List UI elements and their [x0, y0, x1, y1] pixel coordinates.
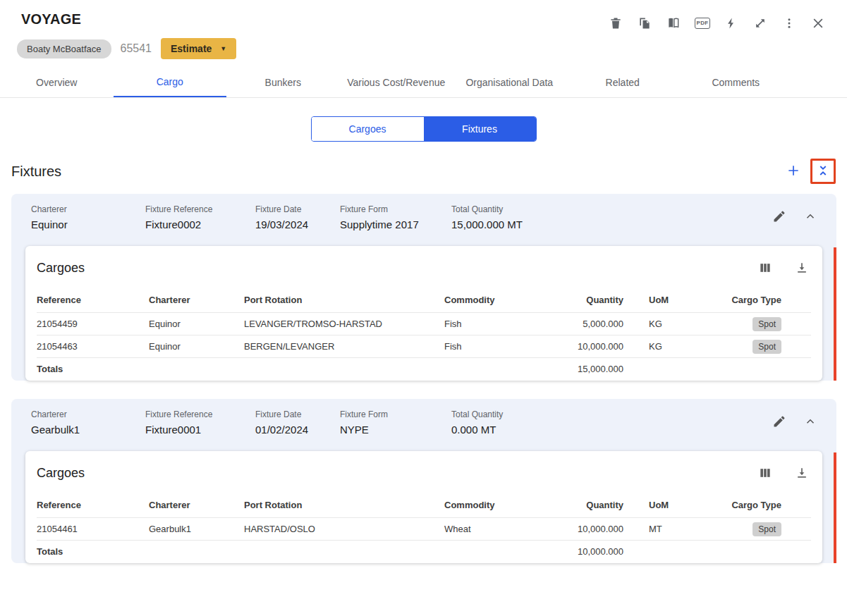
pdf-button[interactable]: PDF	[693, 14, 712, 32]
cell-cargo-type: Spot	[711, 317, 811, 331]
field-value: 19/03/2024	[255, 218, 340, 230]
duplicate-button[interactable]	[635, 14, 654, 32]
cargoes-card-actions	[756, 259, 811, 277]
tab-various-cost-revenue[interactable]: Various Cost/Revenue	[340, 68, 453, 97]
col-charterer: Charterer	[149, 500, 244, 510]
col-quantity: Quantity	[560, 295, 623, 305]
field-value: Fixture0002	[145, 218, 255, 230]
cell-commodity: Fish	[444, 319, 560, 329]
field-label: Fixture Reference	[145, 204, 255, 214]
cell-reference: 21054459	[37, 319, 149, 329]
cell-quantity: 10,000.000	[560, 341, 623, 352]
cargoes-card: Cargoes Reference Charterer Port Rotatio…	[25, 246, 822, 381]
tab-comments[interactable]: Comments	[679, 68, 793, 97]
cell-uom: MT	[623, 524, 711, 534]
cell-reference: 21054463	[37, 341, 149, 352]
estimate-dropdown-button[interactable]: Estimate ▼	[161, 38, 236, 59]
field-value: Equinor	[31, 218, 145, 230]
cargoes-card-header: Cargoes	[37, 451, 811, 492]
cargo-type-badge: Spot	[752, 340, 781, 354]
expand-button[interactable]	[751, 14, 769, 32]
columns-icon	[758, 466, 772, 480]
cell-charterer: Equinor	[149, 319, 244, 329]
more-button[interactable]	[780, 14, 798, 32]
tab-overview[interactable]: Overview	[0, 68, 114, 97]
window-title: VOYAGE	[21, 11, 81, 27]
book-button[interactable]	[664, 14, 683, 32]
col-cargo-type: Cargo Type	[711, 295, 811, 305]
close-button[interactable]	[809, 14, 827, 32]
alert-strip	[834, 247, 836, 381]
edit-fixture-button[interactable]	[770, 412, 788, 431]
fixture-field-form: Fixture Form Supplytime 2017	[340, 204, 451, 230]
field-label: Charterer	[31, 409, 145, 419]
column-settings-button[interactable]	[756, 259, 774, 277]
cell-uom: KG	[623, 341, 711, 352]
edit-fixture-button[interactable]	[770, 207, 788, 226]
delete-button[interactable]	[607, 14, 625, 32]
cell-cargo-type: Spot	[711, 522, 811, 536]
cargo-table-header: Reference Charterer Port Rotation Commod…	[37, 287, 811, 312]
fixture-field-total-quantity: Total Quantity 15,000.000 MT	[451, 204, 523, 230]
totals-label: Totals	[37, 364, 149, 374]
table-row[interactable]: 21054459 Equinor LEVANGER/TROMSO-HARSTAD…	[37, 312, 811, 335]
section-actions	[782, 159, 836, 184]
fixture-header: Charterer Gearbulk1 Fixture Reference Fi…	[11, 399, 836, 441]
cell-quantity: 10,000.000	[560, 524, 623, 534]
tab-organisational-data[interactable]: Organisational Data	[453, 68, 566, 97]
col-port-rotation: Port Rotation	[244, 500, 444, 510]
section-title: Fixtures	[11, 164, 61, 180]
more-icon	[783, 16, 796, 30]
cell-quantity: 5,000.000	[560, 319, 623, 329]
download-button[interactable]	[793, 259, 811, 277]
download-button[interactable]	[793, 464, 811, 482]
cargo-type-badge: Spot	[752, 317, 781, 331]
fixture-card: Charterer Gearbulk1 Fixture Reference Fi…	[11, 399, 836, 563]
tab-bunkers[interactable]: Bunkers	[226, 68, 340, 97]
view-toggle: Cargoes Fixtures	[311, 116, 537, 142]
field-label: Total Quantity	[451, 204, 523, 214]
collapse-all-button[interactable]	[810, 159, 836, 184]
fixture-card: Charterer Equinor Fixture Reference Fixt…	[11, 194, 836, 381]
window-actions: PDF	[607, 14, 827, 32]
duplicate-icon	[638, 16, 652, 30]
field-value: Supplytime 2017	[340, 218, 451, 230]
cell-cargo-type: Spot	[711, 340, 811, 354]
tab-related[interactable]: Related	[566, 68, 680, 97]
field-label: Fixture Date	[255, 204, 340, 214]
totals-label: Totals	[37, 546, 149, 557]
cell-charterer: Gearbulk1	[149, 524, 244, 534]
add-fixture-button[interactable]	[782, 160, 805, 183]
col-charterer: Charterer	[149, 295, 244, 305]
tab-cargo[interactable]: Cargo	[114, 68, 227, 97]
columns-icon	[758, 261, 772, 275]
toggle-cargoes[interactable]: Cargoes	[312, 117, 424, 141]
vessel-chip[interactable]: Boaty McBoatface	[17, 39, 111, 58]
download-icon	[795, 466, 809, 480]
fixture-field-date: Fixture Date 01/02/2024	[255, 409, 340, 436]
collapse-fixture-button[interactable]	[801, 412, 819, 431]
table-row[interactable]: 21054463 Equinor BERGEN/LEVANGER Fish 10…	[37, 335, 811, 357]
collapse-fixture-button[interactable]	[801, 207, 819, 226]
totals-row: Totals 10,000.000	[37, 540, 811, 562]
fixture-header-actions	[770, 409, 819, 431]
download-icon	[795, 261, 809, 275]
column-settings-button[interactable]	[756, 464, 774, 482]
fixture-field-total-quantity: Total Quantity 0.000 MT	[451, 409, 503, 436]
toggle-fixtures[interactable]: Fixtures	[424, 117, 536, 141]
tab-bar: Overview Cargo Bunkers Various Cost/Reve…	[0, 68, 847, 98]
col-port-rotation: Port Rotation	[244, 295, 444, 305]
field-value: NYPE	[340, 424, 451, 436]
field-label: Fixture Form	[340, 204, 451, 214]
table-row[interactable]: 21054461 Gearbulk1 HARSTAD/OSLO Wheat 10…	[37, 517, 811, 540]
view-toggle-wrap: Cargoes Fixtures	[0, 116, 847, 142]
col-uom: UoM	[623, 295, 711, 305]
totals-quantity: 10,000.000	[560, 546, 623, 557]
col-quantity: Quantity	[560, 500, 623, 510]
cargoes-title: Cargoes	[37, 466, 85, 481]
field-label: Fixture Reference	[145, 409, 255, 419]
col-reference: Reference	[37, 500, 149, 510]
fixture-field-charterer: Charterer Equinor	[31, 204, 145, 230]
fixture-header: Charterer Equinor Fixture Reference Fixt…	[11, 194, 836, 236]
flash-button[interactable]	[722, 14, 741, 32]
